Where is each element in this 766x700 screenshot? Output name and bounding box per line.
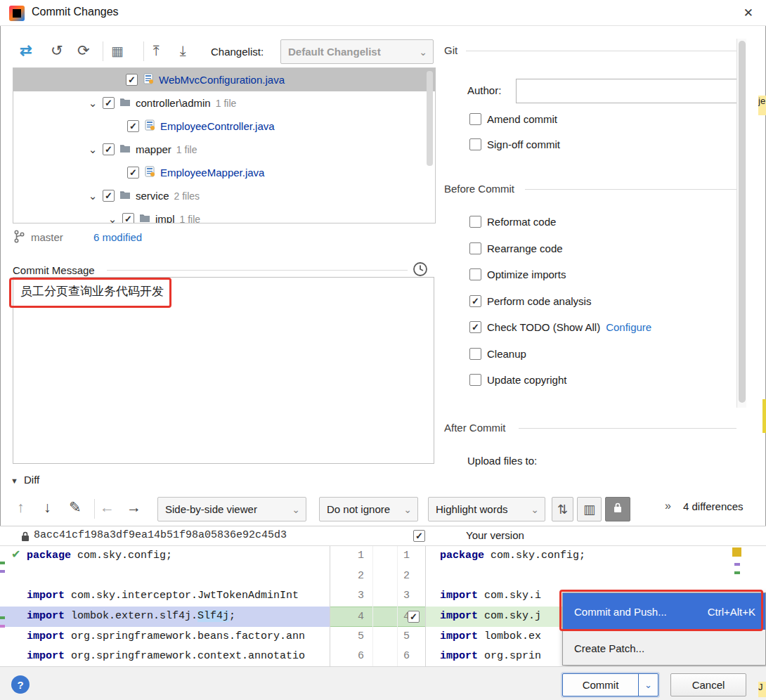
optimize-imports-option[interactable]: Optimize imports [469,268,566,280]
tree-row-mapper[interactable]: ⌄ ✓ mapper 1 file [13,138,435,161]
keyword: import [440,650,478,662]
highlight-mode-dropdown[interactable]: Highlight words ⌄ [428,497,545,521]
check-todo-option[interactable]: ✓ Check TODO (Show All) Configure [469,321,651,333]
collapse-all-icon[interactable]: ⤓ [180,41,186,60]
author-label: Author: [467,84,501,96]
options-scrollbar[interactable] [736,39,746,408]
highlighted-token: Slf4j [197,610,229,622]
refresh-icon[interactable]: ⟳ [77,41,90,60]
checkbox[interactable]: ✓ [127,167,139,179]
next-change-icon[interactable]: → [126,498,141,517]
checkmark: ✓ [472,297,479,306]
checkbox[interactable]: ✓ [126,74,138,86]
commit-button-label: Commit [563,674,638,696]
tree-scrollbar[interactable] [427,71,433,166]
split-view-button[interactable]: ▥ [577,497,602,521]
checkbox[interactable] [469,138,481,150]
group-by-icon[interactable]: ▦ [111,42,124,60]
refresh-changes-icon[interactable]: ⇄ [20,41,32,60]
toolbar-separator [103,41,103,61]
cancel-button[interactable]: Cancel [670,673,746,696]
amend-commit-option[interactable]: Amend commit [469,113,557,125]
include-change-checkbox[interactable]: ✓ [408,611,420,623]
edit-icon[interactable]: ✎ [69,498,82,517]
previous-change-icon[interactable]: ← [100,498,115,517]
commit-button[interactable]: Commit ⌄ [562,673,658,696]
checkbox[interactable]: ✓ [103,97,115,109]
update-copyright-option[interactable]: Update copyright [469,374,566,386]
checkmark: ✓ [129,168,137,177]
lock-scroll-button[interactable] [605,497,630,521]
code-line [426,566,766,587]
file-count: 1 file [176,144,197,155]
commit-message-editor[interactable]: 员工分页查询业务代码开发 [13,277,434,464]
option-label: Reformat code [487,216,556,228]
close-icon[interactable]: ✕ [744,6,753,20]
diff-expander-icon[interactable]: ▼ [11,477,18,485]
commit-dropdown-arrow[interactable]: ⌄ [638,674,658,696]
scrollbar-thumb[interactable] [739,41,746,403]
chevron-down-icon[interactable]: ⌄ [108,213,117,224]
expand-all-icon[interactable]: ⤒ [153,41,160,60]
chevron-down-icon[interactable]: ⌄ [88,190,98,202]
checkbox[interactable] [469,374,481,386]
checkbox[interactable]: ✓ [127,120,139,132]
line-number: 2 [330,566,372,587]
file-count: 1 file [216,98,237,109]
keyword: import [27,650,65,662]
java-file-icon [144,119,155,133]
code-text: org.sprin [478,650,541,662]
configure-link[interactable]: Configure [606,321,651,333]
checkbox[interactable]: ✓ [103,190,115,202]
signoff-commit-option[interactable]: Sign-off commit [469,138,560,150]
chevron-down-icon[interactable]: ⌄ [88,143,98,156]
checkbox[interactable] [469,348,481,360]
viewer-mode-dropdown[interactable]: Side-by-side viewer ⌄ [157,497,306,521]
apply-all-checkbox[interactable]: ✓ [413,530,425,542]
commit-context-menu: Commit and Push... Ctrl+Alt+K Create Pat… [562,592,766,666]
java-file-icon [143,73,154,86]
checkbox[interactable]: ✓ [469,295,481,307]
tree-row-controller-admin[interactable]: ⌄ ✓ controller\admin 1 file [13,91,435,115]
menu-item-commit-and-push[interactable]: Commit and Push... Ctrl+Alt+K [563,593,765,630]
whitespace-dropdown[interactable]: Do not ignore ⌄ [319,497,418,521]
changelist-dropdown[interactable]: Default Changelist ⌄ [280,39,434,64]
perform-code-analysis-option[interactable]: ✓ Perform code analysis [469,295,591,307]
code-line: package com.sky.config; [0,546,330,566]
more-chevrons-icon[interactable]: » [665,500,671,512]
help-button[interactable]: ? [11,675,30,694]
split-view-icon: ▥ [583,502,595,517]
rollback-icon[interactable]: ↺ [51,41,63,60]
checkbox[interactable]: ✓ [469,321,481,333]
cancel-button-label: Cancel [692,679,725,691]
option-label: Perform code analysis [487,295,591,307]
line-number: 5 [398,627,425,647]
tree-row-employeecontroller[interactable]: ✓ EmployeeController.java [13,115,435,138]
checkbox[interactable] [469,216,481,228]
checkmark: ✓ [129,122,137,131]
cleanup-option[interactable]: Cleanup [469,348,526,360]
tree-row-webmvcconfiguration[interactable]: ✓ WebMvcConfiguration.java [13,68,435,91]
commit-hash: 8acc41cf198a3df9ea14b51f98a05836e92c45d3 [34,529,287,541]
collapse-unchanged-button[interactable]: ⇅ [552,497,573,521]
checkbox[interactable]: ✓ [122,213,134,223]
tree-row-employeemapper[interactable]: ✓ EmployeeMapper.java [13,161,435,184]
menu-item-create-patch[interactable]: Create Patch... [563,630,765,666]
keyword: import [27,610,65,622]
chevron-down-icon[interactable]: ⌄ [88,97,98,110]
code-text: org.springframework.beans.factory.ann [65,630,305,642]
checkbox[interactable]: ✓ [103,143,115,155]
next-difference-icon[interactable]: ↓ [44,498,51,517]
modified-count-link[interactable]: 6 modified [93,231,142,243]
checkbox[interactable] [469,113,481,125]
folder-icon [119,97,131,109]
error-stripe-marker [732,547,741,557]
checkbox[interactable] [469,268,481,280]
rearrange-code-option[interactable]: Rearrange code [469,242,563,254]
previous-difference-icon[interactable]: ↑ [17,498,25,517]
reformat-code-option[interactable]: Reformat code [469,216,556,228]
checkbox[interactable] [469,242,481,254]
author-input[interactable] [516,79,745,103]
tree-row-impl[interactable]: ⌄ ✓ impl 1 file [13,207,435,223]
tree-row-service[interactable]: ⌄ ✓ service 2 files [13,184,435,207]
